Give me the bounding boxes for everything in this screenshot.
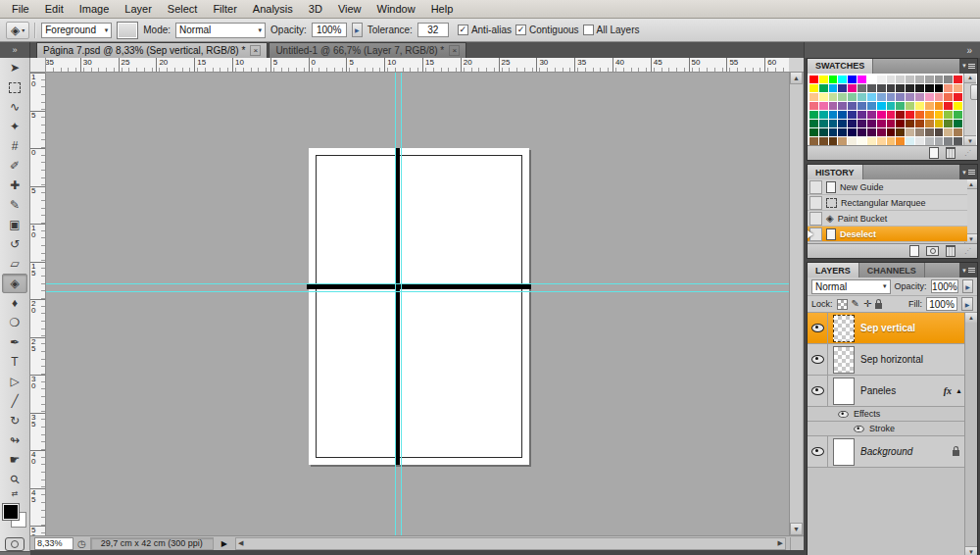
swatch[interactable] [829, 102, 838, 110]
eye-icon[interactable] [838, 410, 848, 417]
layer-row-sep-horizontal[interactable]: Sep horizontal [808, 344, 965, 376]
swatch[interactable] [954, 137, 962, 145]
swatch[interactable] [848, 128, 857, 136]
swatch[interactable] [848, 76, 857, 83]
swatch[interactable] [935, 84, 944, 92]
swatch[interactable] [867, 137, 876, 145]
swatch[interactable] [848, 111, 857, 119]
swatch[interactable] [915, 102, 924, 110]
swatch[interactable] [887, 111, 896, 119]
swatch[interactable] [887, 93, 896, 101]
swatch[interactable] [867, 102, 876, 110]
paint-bucket-tool[interactable]: ◈ [2, 274, 27, 293]
swatch[interactable] [867, 84, 876, 92]
swatch[interactable] [877, 111, 886, 119]
swatch[interactable] [915, 128, 924, 136]
swatch[interactable] [935, 76, 944, 83]
swatch[interactable] [925, 137, 934, 145]
swatch[interactable] [925, 111, 934, 119]
history-state-new-guide[interactable]: New Guide [808, 179, 967, 195]
swatch[interactable] [915, 84, 924, 92]
swatch[interactable] [906, 137, 914, 145]
fx-badge[interactable]: fx [944, 385, 952, 396]
swatch[interactable] [809, 93, 818, 101]
swatch[interactable] [896, 128, 905, 136]
swatch[interactable] [915, 137, 924, 145]
swatch[interactable] [915, 76, 924, 83]
fill-slider-button[interactable]: ▶ [961, 297, 973, 311]
menu-view[interactable]: View [330, 0, 369, 18]
visibility-toggle[interactable] [808, 313, 828, 343]
layer-name[interactable]: Sep horizontal [860, 354, 965, 365]
swatch[interactable] [877, 128, 886, 136]
document-tab-1[interactable]: Página 7.psd @ 8,33% (Sep vertical, RGB/… [36, 42, 268, 58]
lock-transparency-icon[interactable] [837, 299, 848, 310]
swatch[interactable] [925, 128, 934, 136]
blend-mode-dropdown[interactable]: Normal ▾ [811, 279, 891, 294]
layer-row-paneles[interactable]: Panelesfx▲ [808, 376, 965, 407]
type-tool[interactable]: T [2, 352, 27, 372]
ruler-origin-box[interactable] [30, 58, 46, 73]
swatch[interactable] [896, 137, 905, 145]
swatch[interactable] [819, 102, 828, 110]
swatch[interactable] [829, 84, 838, 92]
visibility-toggle[interactable] [808, 376, 828, 406]
history-pointer-icon[interactable] [808, 230, 813, 238]
swatch[interactable] [829, 120, 838, 127]
vertical-scrollbar[interactable]: ▲ ▼ [789, 72, 803, 535]
tab-layers[interactable]: LAYERS [808, 263, 859, 278]
lock-pixels-icon[interactable]: ✎ [852, 299, 859, 309]
new-snapshot-button[interactable] [926, 246, 939, 256]
history-state-deselect[interactable]: Deselect [808, 227, 967, 242]
effect-row-stroke[interactable]: Stroke [808, 422, 965, 436]
swatch[interactable] [906, 76, 914, 83]
swatch[interactable] [867, 128, 876, 136]
swatch[interactable] [819, 111, 828, 119]
swap-colors-icon[interactable]: ⇄ [2, 489, 27, 498]
swatch[interactable] [858, 137, 866, 145]
swatch[interactable] [954, 102, 962, 110]
scroll-down-arrow[interactable]: ▼ [965, 546, 977, 555]
swatch[interactable] [877, 120, 886, 127]
swatch[interactable] [848, 93, 857, 101]
swatch[interactable] [867, 120, 876, 127]
swatch[interactable] [829, 111, 838, 119]
checkbox-icon[interactable]: ✓ [458, 25, 468, 35]
dodge-tool[interactable]: ❍ [2, 313, 27, 332]
resize-grip[interactable]: ⋰ [964, 247, 971, 255]
layers-scrollbar[interactable]: ▲ ▼ [964, 313, 977, 555]
swatch[interactable] [829, 76, 838, 83]
lasso-tool[interactable]: ∿ [2, 97, 27, 117]
history-source-well[interactable] [809, 180, 822, 194]
rectangular-marquee-tool[interactable] [2, 77, 27, 97]
document-info[interactable]: 29,7 cm x 42 cm (300 ppi) [90, 537, 214, 550]
3d-rotate-tool[interactable]: ↻ [2, 411, 27, 430]
move-tool[interactable]: ➤ [2, 58, 27, 77]
swatch[interactable] [858, 93, 866, 101]
layer-name[interactable]: Background [860, 446, 953, 457]
swatch[interactable] [838, 111, 847, 119]
layer-thumbnail[interactable] [833, 438, 855, 466]
scrollbar-thumb[interactable] [970, 84, 977, 100]
swatch[interactable] [887, 137, 896, 145]
tab-channels[interactable]: CHANNELS [859, 263, 925, 278]
menu-file[interactable]: File [4, 0, 37, 18]
swatch[interactable] [887, 120, 896, 127]
swatch[interactable] [877, 93, 886, 101]
guide-horizontal[interactable] [45, 283, 789, 284]
swatch[interactable] [915, 111, 924, 119]
foreground-color-swatch[interactable] [3, 504, 19, 520]
checkbox-icon[interactable] [583, 25, 594, 35]
swatch[interactable] [829, 128, 838, 136]
swatch[interactable] [915, 93, 924, 101]
scroll-right-arrow[interactable]: ▶ [778, 539, 783, 547]
layer-name[interactable]: Sep vertical [860, 323, 965, 333]
swatch[interactable] [838, 120, 847, 127]
eyedropper-tool[interactable]: ✐ [2, 156, 27, 176]
menu-layer[interactable]: Layer [117, 0, 160, 18]
swatch[interactable] [809, 84, 818, 92]
path-selection-tool[interactable]: ▷ [2, 372, 27, 391]
swatch[interactable] [925, 76, 934, 83]
lock-all-icon[interactable] [875, 303, 882, 309]
swatch[interactable] [838, 128, 847, 136]
